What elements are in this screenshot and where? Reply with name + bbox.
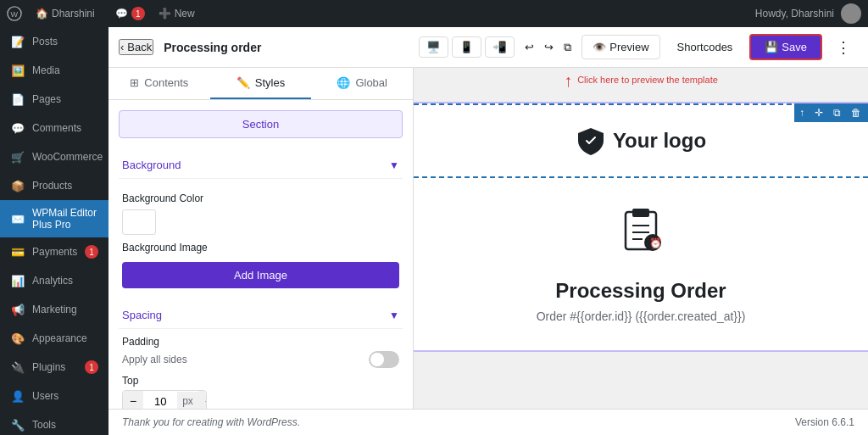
sidebar-item-media[interactable]: 🖼️ Media — [0, 56, 108, 85]
global-tab-icon: 🌐 — [337, 76, 350, 89]
tools-icon: 🔧 — [10, 417, 25, 432]
tablet-icon: 📱 — [459, 41, 474, 53]
appearance-icon: 🎨 — [10, 331, 25, 346]
sidebar-item-payments[interactable]: 💳 Payments 1 — [0, 237, 108, 266]
contents-tab-icon: ⊞ — [130, 76, 139, 89]
svg-text:W: W — [11, 10, 19, 19]
wpmail-icon: ✉️ — [10, 211, 25, 226]
spacing-section-header[interactable]: Spacing ▼ — [119, 302, 403, 329]
device-buttons: 🖥️ 📱 📲 — [419, 36, 515, 58]
comments-icon: 💬 — [10, 120, 25, 136]
comments-count: 💬 1 — [108, 7, 152, 20]
mobile-view-button[interactable]: 📲 — [485, 36, 515, 58]
tab-contents[interactable]: ⊞ Contents — [108, 68, 210, 99]
sidebar-item-products[interactable]: 📦 Products — [0, 171, 108, 200]
preview-hint-arrow-icon: ↑ — [564, 71, 572, 91]
desktop-icon: 🖥️ — [426, 41, 441, 53]
background-color-label: Background Color — [122, 192, 399, 204]
panel-content: Section Background ▼ Background Color Ba… — [108, 100, 413, 409]
new-item[interactable]: ➕ New — [159, 8, 195, 20]
save-icon: 💾 — [765, 41, 778, 53]
background-section: Background ▼ Background Color Background… — [119, 152, 403, 295]
sidebar: 📝 Posts 🖼️ Media 📄 Pages 💬 Comments 🛒 Wo… — [0, 0, 108, 435]
global-tab-label: Global — [355, 76, 387, 89]
duplicate-button[interactable]: ⧉ — [560, 37, 575, 58]
tab-styles[interactable]: ✏️ Styles — [210, 68, 312, 99]
plugins-badge: 1 — [85, 360, 98, 374]
preview-button[interactable]: 👁️ Preview — [581, 35, 659, 59]
sidebar-item-plugins[interactable]: 🔌 Plugins 1 — [0, 353, 108, 382]
background-section-header[interactable]: Background ▼ — [119, 152, 403, 179]
eye-icon: 👁️ — [593, 41, 606, 53]
more-options-button[interactable]: ⋮ — [829, 35, 858, 60]
sidebar-item-label: Tools — [32, 419, 56, 431]
increase-top-button[interactable]: + — [198, 391, 207, 409]
sidebar-item-wpmail[interactable]: ✉️ WPMail Editor Plus Pro — [0, 200, 108, 237]
email-title: Processing Order — [431, 279, 851, 303]
styles-tab-icon: ✏️ — [236, 76, 250, 89]
move-up-button[interactable]: ↑ — [794, 103, 810, 122]
top-value-input[interactable] — [143, 395, 177, 408]
shortcodes-button[interactable]: Shortcodes — [667, 36, 743, 59]
svg-text:⏰: ⏰ — [649, 237, 662, 249]
mobile-icon: 📲 — [492, 41, 507, 53]
sidebar-item-label: WooCommerce — [32, 151, 103, 163]
wp-logo: W — [7, 6, 22, 21]
sidebar-item-appearance[interactable]: 🎨 Appearance — [0, 324, 108, 353]
payments-badge: 1 — [85, 245, 98, 259]
sidebar-item-comments[interactable]: 💬 Comments — [0, 114, 108, 142]
spacing-chevron-icon: ▼ — [389, 310, 399, 321]
top-label: Top — [122, 375, 399, 387]
sidebar-item-label: Users — [32, 390, 58, 402]
products-icon: 📦 — [10, 178, 25, 193]
email-subtitle: Order #{{order.id}} ({{order.created_at}… — [431, 310, 851, 323]
tab-global[interactable]: 🌐 Global — [311, 68, 413, 99]
preview-hint-text: Click here to preview the template — [577, 75, 718, 85]
logo-text: Your logo — [613, 129, 706, 153]
apply-all-sides-toggle[interactable] — [369, 351, 399, 368]
sidebar-item-label: Posts — [32, 36, 58, 47]
sidebar-item-woocommerce[interactable]: 🛒 WooCommerce — [0, 142, 108, 171]
sidebar-item-tools[interactable]: 🔧 Tools — [0, 410, 108, 435]
sidebar-item-marketing[interactable]: 📢 Marketing — [0, 295, 108, 324]
tablet-view-button[interactable]: 📱 — [452, 36, 481, 58]
background-color-swatch[interactable] — [122, 209, 156, 235]
undo-button[interactable]: ↩ — [521, 37, 537, 58]
editor-topbar: ‹ Back Processing order 🖥️ 📱 📲 ↩ ↪ ⧉ 👁️ … — [108, 27, 868, 68]
main-area: ‹ Back Processing order 🖥️ 📱 📲 ↩ ↪ ⧉ 👁️ … — [108, 0, 868, 435]
sidebar-item-analytics[interactable]: 📊 Analytics — [0, 266, 108, 295]
back-arrow-icon: ‹ — [120, 41, 124, 53]
section-toolbar: ↑ ✛ ⧉ 🗑 ⊞ — [794, 103, 868, 122]
sidebar-item-label: Analytics — [32, 275, 73, 287]
email-canvas: Your logo ↑ ✛ ⧉ 🗑 ⊞ — [414, 102, 868, 352]
marketing-icon: 📢 — [10, 302, 25, 317]
add-image-button[interactable]: Add Image — [122, 262, 399, 288]
move-section-button[interactable]: ✛ — [810, 103, 828, 122]
sidebar-item-users[interactable]: 👤 Users — [0, 382, 108, 410]
sidebar-item-label: Plugins — [32, 361, 65, 373]
email-header-section[interactable]: Your logo ↑ ✛ ⧉ 🗑 ⊞ — [414, 103, 868, 178]
order-icon: ⏰ — [431, 205, 851, 265]
users-icon: 👤 — [10, 388, 25, 404]
footer-version: Version 6.6.1 — [795, 416, 854, 428]
background-section-title: Background — [122, 159, 181, 171]
admin-bar: W 🏠 Dharshini 💬 1 ➕ New Howdy, Dharshini — [0, 0, 868, 27]
delete-section-button[interactable]: 🗑 — [846, 103, 866, 122]
back-button[interactable]: ‹ Back — [119, 39, 153, 55]
desktop-view-button[interactable]: 🖥️ — [419, 36, 448, 58]
save-button[interactable]: 💾 Save — [749, 34, 822, 60]
apply-all-sides-label: Apply all sides — [122, 354, 187, 365]
background-section-body: Background Color Background Image Add Im… — [119, 179, 403, 295]
site-name: 🏠 Dharshini — [29, 8, 102, 20]
logo-shield-icon — [576, 125, 606, 156]
spacing-section-title: Spacing — [122, 309, 162, 321]
decrease-top-button[interactable]: − — [123, 391, 143, 409]
sidebar-item-pages[interactable]: 📄 Pages — [0, 85, 108, 114]
redo-button[interactable]: ↪ — [541, 37, 557, 58]
copy-section-button[interactable]: ⧉ — [828, 103, 846, 122]
preview-label: Preview — [609, 41, 648, 53]
template-title: Processing order — [164, 41, 261, 54]
email-body-section: ⏰ Processing Order Order #{{order.id}} (… — [414, 178, 868, 350]
sidebar-item-label: Pages — [32, 93, 61, 105]
sidebar-item-posts[interactable]: 📝 Posts — [0, 27, 108, 56]
